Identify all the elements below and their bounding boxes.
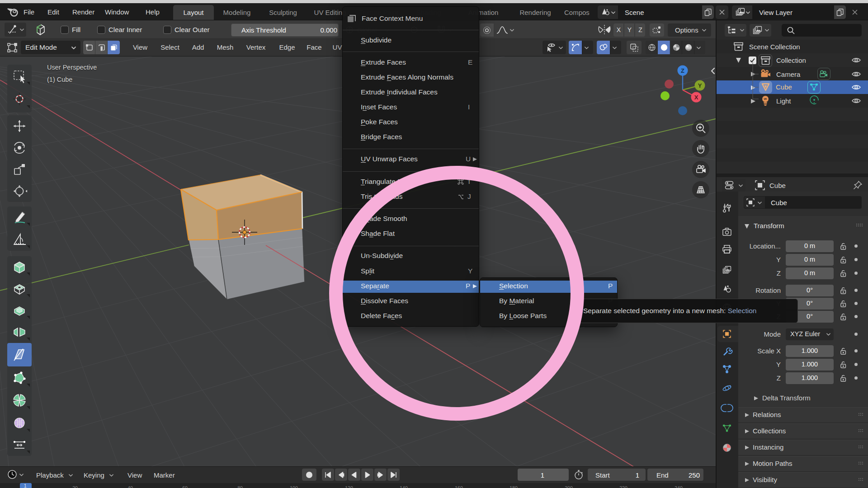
- svg-text:X: X: [694, 94, 698, 101]
- svg-text:Y: Y: [698, 82, 702, 89]
- svg-text:Z: Z: [681, 67, 684, 74]
